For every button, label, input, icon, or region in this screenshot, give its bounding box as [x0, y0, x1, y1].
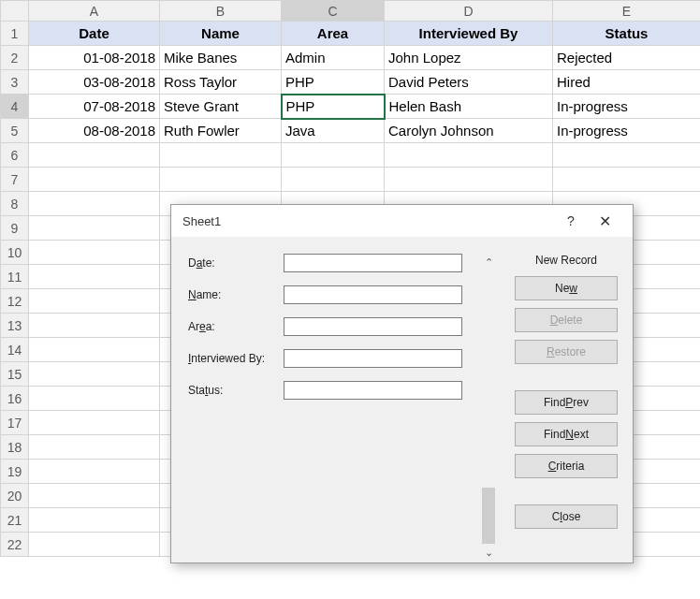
scroll-thumb[interactable] — [482, 488, 495, 544]
cell[interactable] — [29, 143, 160, 168]
cell[interactable] — [160, 143, 282, 168]
column-header[interactable]: C — [282, 1, 385, 22]
close-icon[interactable]: ✕ — [588, 208, 621, 234]
row-header[interactable]: 9 — [1, 216, 29, 241]
cell[interactable] — [29, 265, 160, 289]
row-header[interactable]: 8 — [1, 192, 29, 216]
find-next-button[interactable]: Find Next — [515, 422, 618, 446]
cell[interactable] — [29, 338, 160, 362]
cell[interactable] — [29, 484, 160, 508]
criteria-button[interactable]: Criteria — [515, 454, 618, 478]
dialog-title: Sheet1 — [182, 214, 554, 228]
cell[interactable]: Rejected — [553, 46, 701, 70]
cell[interactable] — [29, 216, 160, 241]
row-header[interactable]: 15 — [1, 362, 29, 387]
row-header[interactable]: 18 — [1, 435, 29, 460]
cell[interactable]: PHP — [282, 95, 385, 119]
cell[interactable] — [29, 460, 160, 484]
row-header[interactable]: 13 — [1, 314, 29, 338]
row-header[interactable]: 17 — [1, 411, 29, 435]
row-header[interactable]: 11 — [1, 265, 29, 289]
cell[interactable] — [29, 314, 160, 338]
cell[interactable]: Steve Grant — [160, 95, 282, 119]
help-icon[interactable]: ? — [554, 208, 588, 234]
row-header[interactable]: 20 — [1, 484, 29, 508]
cell[interactable] — [29, 168, 160, 192]
input-status[interactable] — [284, 381, 462, 400]
cell[interactable] — [385, 143, 553, 168]
data-form-dialog: Sheet1 ? ✕ Date: Name: Area: Interviewed… — [170, 204, 634, 563]
cell[interactable]: David Peters — [385, 70, 553, 95]
column-header[interactable]: D — [385, 1, 553, 22]
input-interviewed-by[interactable] — [284, 349, 462, 368]
cell[interactable] — [29, 241, 160, 265]
cell[interactable]: Admin — [282, 46, 385, 70]
scroll-up-icon[interactable]: ⌃ — [480, 254, 497, 270]
close-button[interactable]: Close — [515, 504, 618, 529]
cell[interactable]: John Lopez — [385, 46, 553, 70]
cell[interactable] — [29, 435, 160, 460]
row-header[interactable]: 1 — [1, 22, 29, 46]
cell[interactable]: Name — [160, 22, 282, 46]
row-header[interactable]: 2 — [1, 46, 29, 70]
cell[interactable]: Interviewed By — [385, 22, 553, 46]
new-button[interactable]: New — [515, 276, 618, 300]
cell[interactable]: 07-08-2018 — [29, 95, 160, 119]
input-name[interactable] — [284, 285, 462, 304]
cell[interactable] — [29, 289, 160, 314]
column-header[interactable]: B — [160, 1, 282, 22]
cell[interactable] — [553, 143, 701, 168]
cell[interactable]: Date — [29, 22, 160, 46]
input-date[interactable] — [284, 254, 462, 272]
row-header[interactable]: 4 — [1, 95, 29, 119]
row-header[interactable]: 16 — [1, 387, 29, 411]
row-header[interactable]: 22 — [1, 533, 29, 557]
cell[interactable] — [282, 143, 385, 168]
column-header[interactable]: E — [553, 1, 701, 22]
restore-button[interactable]: Restore — [515, 340, 618, 364]
cell[interactable] — [29, 508, 160, 533]
cell[interactable]: Java — [282, 119, 385, 143]
cell[interactable] — [29, 387, 160, 411]
cell[interactable]: In-progress — [553, 119, 701, 143]
scroll-track[interactable] — [482, 270, 495, 544]
row-header[interactable]: 7 — [1, 168, 29, 192]
scroll-down-icon[interactable]: ⌄ — [480, 544, 497, 561]
cell[interactable]: PHP — [282, 70, 385, 95]
cell[interactable]: 01-08-2018 — [29, 46, 160, 70]
cell[interactable] — [29, 533, 160, 557]
row-header[interactable]: 14 — [1, 338, 29, 362]
cell[interactable] — [29, 192, 160, 216]
row-header[interactable]: 19 — [1, 460, 29, 484]
row-header[interactable]: 5 — [1, 119, 29, 143]
cell[interactable] — [553, 168, 701, 192]
label-date: Date: — [188, 256, 284, 270]
cell[interactable]: In-progress — [553, 95, 701, 119]
record-scrollbar[interactable]: ⌃ ⌄ — [479, 254, 498, 561]
cell[interactable] — [29, 362, 160, 387]
cell[interactable]: Ruth Fowler — [160, 119, 282, 143]
row-header[interactable]: 3 — [1, 70, 29, 95]
row-header[interactable]: 6 — [1, 143, 29, 168]
cell[interactable]: 03-08-2018 — [29, 70, 160, 95]
row-header[interactable]: 10 — [1, 241, 29, 265]
row-header[interactable]: 12 — [1, 289, 29, 314]
cell[interactable]: Hired — [553, 70, 701, 95]
cell[interactable]: Carolyn Johnson — [385, 119, 553, 143]
cell[interactable] — [160, 168, 282, 192]
column-header[interactable]: A — [29, 1, 160, 22]
cell[interactable] — [385, 168, 553, 192]
cell[interactable]: Area — [282, 22, 385, 46]
cell[interactable]: Status — [553, 22, 701, 46]
delete-button[interactable]: Delete — [515, 308, 618, 332]
row-header[interactable]: 21 — [1, 508, 29, 533]
cell[interactable] — [29, 411, 160, 435]
input-area[interactable] — [284, 317, 462, 336]
cell[interactable]: Ross Taylor — [160, 70, 282, 95]
select-all-cell[interactable] — [1, 1, 29, 22]
cell[interactable]: 08-08-2018 — [29, 119, 160, 143]
cell[interactable]: Helen Bash — [385, 95, 553, 119]
cell[interactable]: Mike Banes — [160, 46, 282, 70]
find-prev-button[interactable]: Find Prev — [515, 390, 618, 415]
cell[interactable] — [282, 168, 385, 192]
